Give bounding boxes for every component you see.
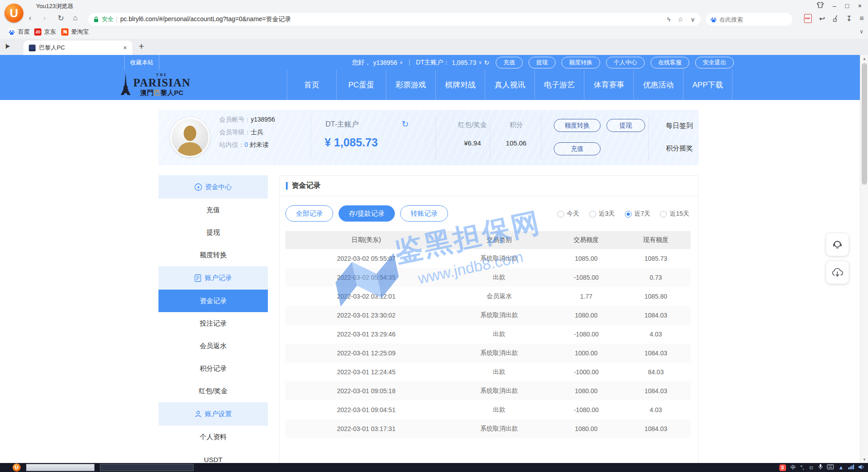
nav-item[interactable]: 电子游艺 — [534, 70, 584, 100]
reload-icon[interactable]: ↻ — [58, 14, 64, 23]
topbar-button[interactable]: 个人中心 — [606, 57, 645, 68]
floating-buttons — [826, 233, 849, 284]
scroll-up-icon[interactable]: ▲ — [860, 55, 868, 62]
home-icon[interactable]: ⌂ — [73, 14, 77, 23]
radio-icon[interactable] — [625, 211, 632, 218]
filter-tab-全部记录[interactable]: 全部记录 — [285, 205, 333, 222]
scrollbar-thumb[interactable] — [862, 63, 867, 185]
bookmark-item[interactable]: JD京东 — [34, 28, 56, 36]
undo-icon[interactable]: ↩ — [818, 14, 827, 23]
nav-item[interactable]: 彩票游戏 — [386, 70, 435, 100]
emoji-icon[interactable]: ☺ — [809, 464, 814, 471]
minimize-button[interactable]: – — [833, 1, 836, 11]
nav-item[interactable]: 体育赛事 — [584, 70, 633, 100]
topbar-button[interactable]: 在线客服 — [651, 57, 689, 68]
close-button[interactable]: × — [858, 1, 862, 11]
sidebar-item-账户设置[interactable]: 账户设置 — [158, 402, 268, 426]
app-download-button[interactable] — [826, 261, 849, 284]
search-box[interactable] — [706, 13, 792, 26]
refresh-icon[interactable]: ↻ — [484, 59, 489, 66]
lightning-icon[interactable]: ϟ — [667, 16, 670, 23]
topbar-button[interactable]: 额度转换 — [561, 57, 600, 68]
tray-expand-icon[interactable]: ▲ — [838, 464, 844, 471]
tab-list-toggle-icon[interactable]: |▶ — [5, 43, 9, 49]
theme-shirt-icon[interactable] — [817, 1, 824, 11]
filter-tab-存/提款记录[interactable]: 存/提款记录 — [339, 205, 395, 222]
download-icon[interactable]: ↧ — [845, 14, 854, 23]
refresh-balance-icon[interactable]: ↻ — [402, 119, 409, 129]
new-tab-button[interactable]: + — [139, 41, 144, 52]
deposit-button[interactable]: 充值 — [554, 142, 601, 155]
taskbar-window-button[interactable] — [100, 464, 194, 471]
sogou-icon[interactable]: S — [779, 464, 786, 471]
sidebar-item-会员返水[interactable]: 会员返水 — [158, 335, 268, 357]
range-radio-近15天[interactable]: 近15天 — [660, 210, 689, 218]
pdf-icon[interactable]: PDF — [803, 14, 812, 23]
transfer-button[interactable]: 额度转换 — [554, 119, 601, 132]
page-scrollbar[interactable]: ▲ ▼ — [860, 55, 868, 463]
network-icon[interactable] — [848, 464, 854, 471]
nav-item[interactable]: 棋牌对战 — [435, 70, 485, 100]
sidebar-item-账户记录[interactable]: 账户记录 — [158, 266, 268, 290]
browser-logo-icon[interactable]: U — [5, 4, 23, 23]
mic-icon[interactable] — [818, 464, 823, 471]
nav-item[interactable]: 真人视讯 — [485, 70, 534, 100]
address-bar[interactable]: 安全 pc.blryl6.com/#/personal/accountLog?t… — [88, 13, 701, 26]
withdraw-button[interactable]: 提现 — [606, 119, 645, 132]
cleaner-broom-icon[interactable] — [831, 14, 840, 23]
nav-item[interactable]: APP下载 — [683, 70, 732, 100]
radio-icon[interactable] — [557, 211, 564, 218]
radio-icon[interactable] — [589, 211, 596, 218]
scroll-down-icon[interactable]: ▼ — [860, 456, 868, 463]
chevron-down-icon[interactable]: ∨ — [691, 16, 695, 23]
bookmark-item[interactable]: 淘爱淘宝 — [61, 28, 89, 36]
browser-tab[interactable]: 巴黎人PC × — [23, 41, 132, 55]
taskbar-browser-icon[interactable]: U — [13, 463, 21, 472]
sidebar-item-额度转换[interactable]: 额度转换 — [158, 244, 268, 266]
range-label: 今天 — [567, 210, 579, 218]
sidebar-item-资金记录[interactable]: 资金记录 — [158, 290, 268, 312]
sidebar-item-充值[interactable]: 充值 — [158, 199, 268, 221]
sidebar-item-个人资料[interactable]: 个人资料 — [158, 426, 268, 448]
inbox-row[interactable]: 站内信：0 封未读 — [219, 141, 275, 149]
bookmarks-collapse-icon[interactable]: ∨ — [859, 28, 863, 35]
topbar-button[interactable]: 充值 — [496, 57, 523, 68]
sidebar-item-label: USDT — [204, 456, 222, 463]
maximize-button[interactable]: □ — [845, 1, 849, 11]
sidebar-item-资金中心[interactable]: ¥资金中心 — [158, 175, 268, 199]
sidebar-item-USDT[interactable]: USDT — [158, 448, 268, 463]
range-radio-今天[interactable]: 今天 — [557, 210, 579, 218]
daily-signin-link[interactable]: 每日签到 — [660, 122, 699, 130]
sidebar-item-红包/奖金[interactable]: 红包/奖金 — [158, 380, 268, 402]
search-input[interactable] — [719, 16, 799, 23]
customer-service-button[interactable] — [826, 233, 849, 256]
sidebar-item-积分记录[interactable]: 积分记录 — [158, 357, 268, 380]
sidebar-item-投注记录[interactable]: 投注记录 — [158, 312, 268, 335]
main-account-summary[interactable]: DT主账户： 1,085.73 ∨ ↻ — [416, 59, 489, 67]
keyboard-icon[interactable] — [827, 464, 834, 471]
topbar-button[interactable]: 提现 — [529, 57, 556, 68]
range-radio-近3天[interactable]: 近3天 — [589, 210, 615, 218]
radio-icon[interactable] — [660, 211, 667, 218]
points-lottery-link[interactable]: 积分摇奖 — [660, 144, 699, 153]
back-icon[interactable]: ‹ — [29, 14, 32, 23]
ime-lang-icon[interactable]: 中 — [791, 464, 796, 472]
site-logo[interactable]: THE PARISIAN 澳門巴黎人PC — [121, 73, 190, 96]
nav-item[interactable]: 首页 — [287, 70, 336, 100]
volume-icon[interactable] — [859, 464, 864, 471]
sidebar-item-提现[interactable]: 提现 — [158, 221, 268, 244]
menu-icon[interactable]: ≡ — [857, 14, 866, 23]
taskbar-window-button[interactable] — [26, 464, 95, 471]
forward-icon[interactable]: › — [43, 14, 46, 23]
range-radio-近7天[interactable]: 近7天 — [625, 210, 651, 218]
user-greeting[interactable]: 您好， y138956 ∨ — [352, 59, 403, 67]
favorite-site-link[interactable]: 收藏本站 — [124, 55, 159, 70]
topbar-button[interactable]: 安全退出 — [695, 57, 734, 68]
ime-punct-icon[interactable]: °, — [800, 464, 804, 471]
star-icon[interactable]: ☆ — [678, 16, 683, 23]
nav-item[interactable]: 优惠活动 — [633, 70, 683, 100]
tab-close-icon[interactable]: × — [123, 44, 127, 51]
bookmark-item[interactable]: 百度 — [8, 28, 30, 36]
filter-tab-转账记录[interactable]: 转账记录 — [400, 205, 448, 222]
nav-item[interactable]: PC蛋蛋 — [336, 70, 386, 100]
